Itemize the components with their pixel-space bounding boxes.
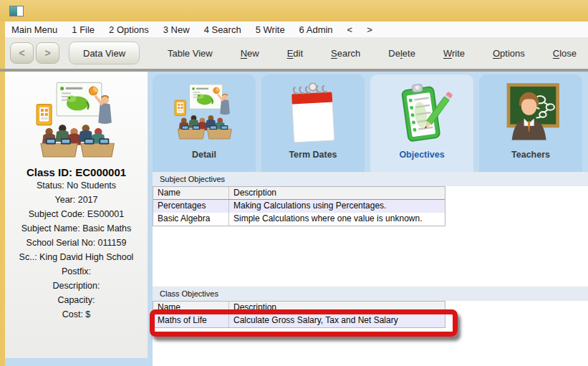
toolbar-close[interactable]: Close	[553, 48, 577, 59]
class-image	[31, 78, 122, 165]
toolbar-delete[interactable]: Delete	[388, 48, 415, 59]
cell-name: Maths of Life	[153, 314, 229, 327]
cell-description: Calculate Gross Salary, Tax and Net Sala…	[229, 314, 445, 327]
record-sidebar: Class ID: EC000001 Status: No StudentsYe…	[5, 72, 148, 358]
toolbar-write[interactable]: Write	[443, 48, 465, 59]
column-header-name[interactable]: Name	[153, 187, 229, 199]
tab-label: Detail	[192, 150, 216, 160]
menu-item-4-search[interactable]: 4 Search	[197, 24, 249, 35]
menu-item-1-file[interactable]: 1 File	[64, 24, 102, 35]
calendar-icon	[279, 80, 347, 147]
class-detail-line: Description:	[5, 279, 148, 293]
column-header-name[interactable]: Name	[153, 302, 229, 314]
cell-name: Basic Algebra	[153, 213, 229, 226]
table-header-row: NameDescription	[153, 302, 445, 314]
forward-button[interactable]: >	[36, 42, 59, 64]
menu-item-6-admin[interactable]: 6 Admin	[292, 24, 340, 35]
teacher-icon	[497, 80, 564, 147]
subject-objectives-header: Subject Objectives	[153, 172, 588, 186]
column-header-description[interactable]: Description	[229, 302, 445, 314]
back-button[interactable]: <	[10, 42, 34, 64]
table-row-maths-of-life[interactable]: Maths of LifeCalculate Gross Salary, Tax…	[153, 314, 445, 327]
column-header-description[interactable]: Description	[229, 187, 445, 199]
menu-item-2-options[interactable]: 2 Options	[102, 24, 156, 35]
menu-bar: Main Menu1 File2 Options3 New4 Search5 W…	[5, 21, 588, 37]
class-detail-line: Subject Code: ES00001	[5, 207, 148, 221]
tab-label: Teachers	[511, 150, 550, 160]
classroom-icon	[170, 80, 238, 147]
class-detail-line: Cost: $	[5, 307, 148, 322]
tab-label: Objectives	[399, 150, 444, 160]
toolbar-edit[interactable]: Edit	[287, 48, 303, 59]
class-detail-line: Subject Name: Basic Maths	[5, 221, 148, 236]
subject-objectives-table: NameDescriptionPercentagesMaking Calcula…	[153, 186, 445, 226]
tab-term-dates[interactable]: Term Dates	[261, 74, 365, 172]
table-row-basic-algebra[interactable]: Basic AlgebraSimple Calculations where o…	[153, 213, 445, 226]
main-area: Class ID: EC000001 Status: No StudentsYe…	[5, 72, 588, 366]
classroom-icon	[31, 78, 122, 165]
cell-description: Simple Calculations where one value is u…	[229, 213, 445, 226]
toolbar-new[interactable]: New	[241, 48, 259, 59]
toolbar-table-view[interactable]: Table View	[168, 48, 213, 59]
objectives-panel: Subject Objectives NameDescriptionPercen…	[153, 172, 588, 366]
class-detail-line: Year: 2017	[5, 193, 148, 207]
menu-item-item[interactable]: >	[360, 24, 380, 35]
table-header-row: NameDescription	[153, 187, 445, 200]
table-row-percentages[interactable]: PercentagesMaking Calculations using Per…	[153, 200, 445, 213]
cell-name: Percentages	[153, 200, 229, 213]
toolbar: < > Data ViewTable ViewNewEditSearchDele…	[5, 37, 588, 69]
title-bar	[0, 0, 588, 21]
class-detail-line: Postfix:	[5, 264, 148, 279]
tab-strip: Detail Term Dates	[153, 74, 582, 172]
class-detail-line: Capacity:	[5, 293, 148, 307]
menu-item-main-menu[interactable]: Main Menu	[5, 24, 64, 35]
toolbar-data-view[interactable]: Data View	[69, 42, 140, 64]
menu-item-item[interactable]: <	[340, 24, 360, 35]
tab-teachers[interactable]: Teachers	[479, 74, 582, 172]
toolbar-search[interactable]: Search	[331, 48, 360, 59]
toolbar-options[interactable]: Options	[493, 48, 525, 59]
application-window: Main Menu1 File2 Options3 New4 Search5 W…	[0, 0, 588, 366]
clipboard-icon	[388, 80, 456, 147]
class-details: Status: No StudentsYear: 2017Subject Cod…	[5, 178, 148, 322]
tab-detail[interactable]: Detail	[153, 74, 256, 172]
class-detail-line: Sc..: King David High School	[5, 250, 148, 264]
class-detail-line: Status: No Students	[5, 178, 148, 193]
class-objectives-header: Class Objectives	[153, 286, 588, 301]
class-objectives-table: NameDescriptionMaths of LifeCalculate Gr…	[153, 301, 445, 328]
class-detail-line: School Serial No: 011159	[5, 236, 148, 250]
app-icon	[9, 6, 24, 16]
tab-label: Term Dates	[289, 150, 337, 160]
cell-description: Making Calculations using Percentages.	[229, 200, 445, 213]
menu-item-3-new[interactable]: 3 New	[156, 24, 197, 35]
content-area: Detail Term Dates	[153, 72, 588, 366]
tab-objectives[interactable]: Objectives	[370, 74, 473, 172]
menu-item-5-write[interactable]: 5 Write	[249, 24, 292, 35]
class-id-label: Class ID: EC000001	[5, 166, 148, 178]
